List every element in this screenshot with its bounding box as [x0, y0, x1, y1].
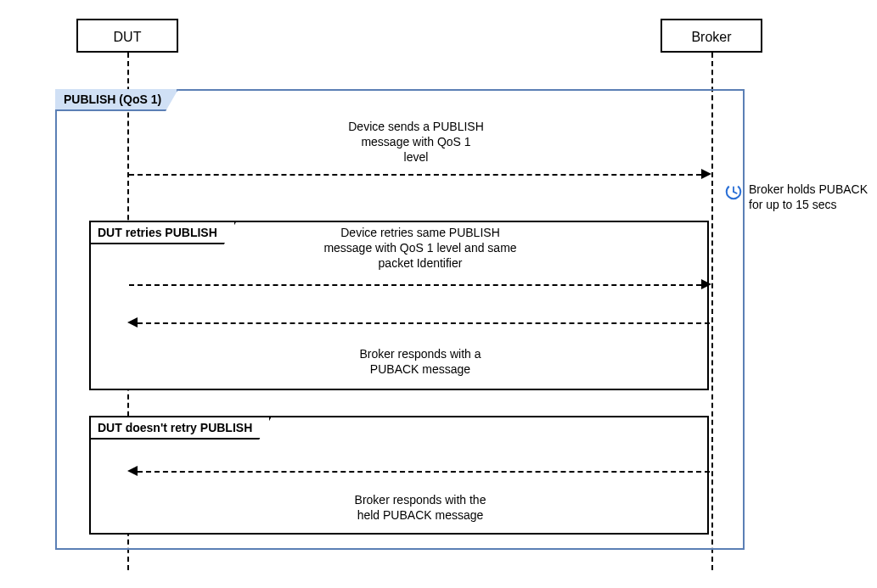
- participant-dut-label: DUT: [114, 30, 142, 44]
- msg-puback2-text: Broker responds with the held PUBACK mes…: [259, 492, 582, 523]
- frame-title-text: PUBLISH (QoS 1): [64, 92, 161, 106]
- arrow-publish-head: [701, 169, 711, 179]
- block-no-retry-label: DUT doesn't retry PUBLISH: [91, 417, 271, 440]
- arrow-puback2-head: [127, 466, 138, 476]
- msg-publish-text: Device sends a PUBLISH message with QoS …: [255, 119, 577, 165]
- block-retries-label: DUT retries PUBLISH: [91, 222, 236, 244]
- arrow-publish: [129, 174, 701, 176]
- participant-broker: Broker: [661, 19, 762, 53]
- frame-title: PUBLISH (QoS 1): [55, 89, 178, 111]
- arrow-puback1: [138, 322, 710, 324]
- participant-broker-label: Broker: [691, 30, 731, 44]
- arrow-puback2: [138, 471, 710, 473]
- block-retries-title: DUT retries PUBLISH: [98, 226, 217, 239]
- participant-dut: DUT: [76, 19, 178, 53]
- arrow-retry: [129, 284, 701, 286]
- arrow-retry-head: [701, 279, 711, 289]
- arrow-puback1-head: [127, 317, 138, 328]
- svg-line-2: [734, 192, 737, 193]
- timer-icon: [724, 182, 743, 201]
- timer-note: Broker holds PUBACK for up to 15 secs: [749, 182, 876, 212]
- msg-puback1-text: Broker responds with a PUBACK message: [259, 346, 582, 377]
- msg-retry-text: Device retries same PUBLISH message with…: [259, 225, 582, 272]
- block-no-retry-title: DUT doesn't retry PUBLISH: [98, 421, 252, 434]
